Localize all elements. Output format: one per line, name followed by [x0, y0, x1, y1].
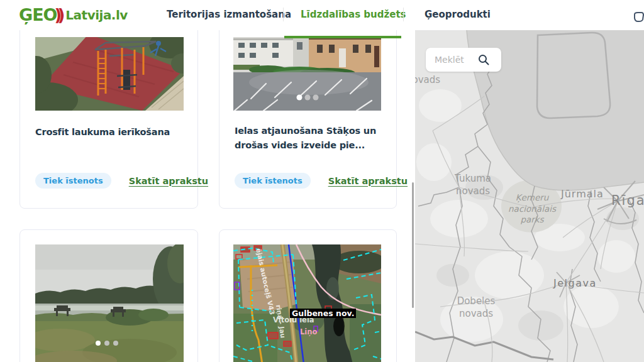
nav-lidzdalibas-budzets[interactable]: Līdzdalības budžets — [301, 9, 406, 20]
project-card[interactable]: Ielas atjaunošana Stāķos un drošas vides… — [219, 25, 397, 209]
project-title: Crosfit laukuma ierīkošana — [35, 125, 184, 140]
map-label-jelgava: Jelgava — [553, 277, 597, 290]
accessibility-glasses-icon[interactable] — [633, 11, 644, 26]
carousel-dot[interactable] — [96, 341, 101, 346]
carousel-dot[interactable] — [113, 341, 118, 346]
map-search-box — [426, 48, 501, 72]
top-navigation-bar: ĢEO )) Latvija.lv Teritorijas izmantošan… — [0, 0, 644, 30]
view-description-link[interactable]: Skatīt aprakstu — [129, 176, 208, 186]
status-badge: Tiek īstenots — [35, 173, 111, 189]
nav-divider — [283, 8, 284, 21]
status-badge: Tiek īstenots — [235, 173, 311, 189]
crossfit-render-image — [35, 37, 184, 111]
carousel-dot[interactable] — [104, 341, 109, 346]
project-card[interactable] — [19, 229, 198, 362]
map-search-input[interactable] — [433, 54, 477, 65]
project-card[interactable]: ējais autoceļš V43 riņa - Jau Vitolu iel… — [219, 229, 397, 362]
geolatvija-logo[interactable]: ĢEO )) Latvija.lv — [19, 4, 128, 26]
project-card[interactable]: Crosfit laukuma ierīkošana Tiek īstenots… — [19, 25, 198, 209]
logo-geo-text: ĢEO — [19, 4, 57, 26]
content-scrollbar-thumb[interactable] — [412, 182, 414, 308]
aerial-municipality-label: Gulbenes nov. — [290, 309, 356, 318]
map-label-novads-partial: novads — [415, 74, 440, 87]
parking-lot-image — [233, 37, 381, 111]
search-icon[interactable] — [477, 53, 490, 66]
view-description-link[interactable]: Skatīt aprakstu — [328, 176, 408, 186]
map-label-tukuma-novads: Tukuma novads — [441, 173, 504, 197]
map-panel[interactable]: novads Tukuma novads Ķemeru nacionālais … — [415, 30, 644, 362]
logo-suffix-text: Latvija.lv — [65, 8, 128, 23]
nav-geoprodukti[interactable]: Ģeoprodukti — [425, 9, 491, 20]
nav-divider — [403, 8, 404, 21]
geolatvija-page: novads Tukuma novads Ķemeru nacionālais … — [0, 0, 644, 362]
map-label-dobeles-novads: Dobeles novads — [448, 295, 504, 320]
active-tab-underline — [284, 36, 401, 38]
map-label-jurmala: Jūrmala — [561, 188, 604, 201]
project-title: Ielas atjaunošana Stāķos un drošas vides… — [235, 124, 382, 153]
map-label-riga: Rīga — [611, 192, 644, 209]
logo-arcs-icon: )) — [55, 6, 61, 25]
map-label-kemeru-parks: Ķemeru nacionālais parks — [503, 192, 561, 226]
aerial-place-label: Liņo — [300, 327, 317, 336]
aerial-cadastre-image — [233, 244, 381, 362]
nav-teritorijas-izmantosana[interactable]: Teritorijas izmantošana — [167, 9, 291, 20]
